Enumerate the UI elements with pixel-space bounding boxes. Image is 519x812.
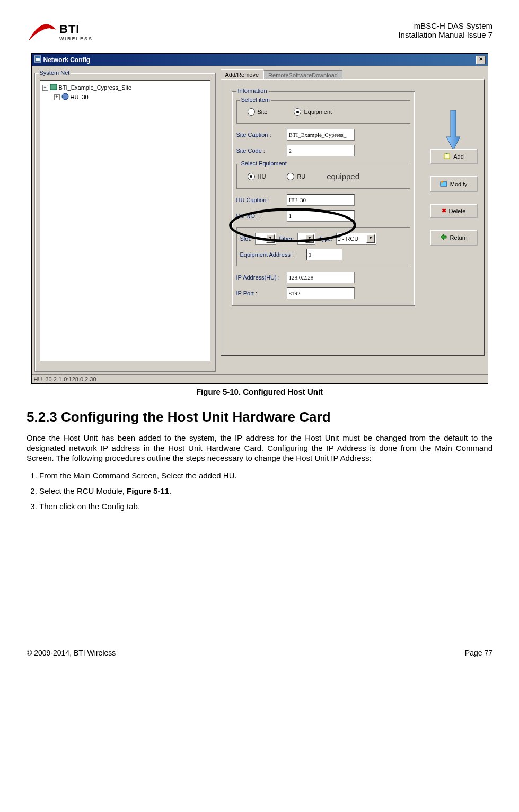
delete-icon: ✖ — [442, 207, 446, 214]
radio-site[interactable]: Site — [248, 108, 268, 116]
logo: BTI WIRELESS — [27, 21, 93, 42]
select-equipment-label: Select Equipment — [240, 160, 288, 167]
logo-swoosh-icon — [27, 21, 58, 42]
select-item-group: Select item Site Equipment — [236, 100, 410, 124]
step-3: Then click on the Config tab. — [39, 502, 492, 511]
modify-label: Modify — [450, 181, 467, 187]
hu-no-label: HU NO. : — [236, 213, 287, 219]
site-code-input[interactable] — [287, 145, 355, 156]
tab-panel: Information Select item Site Equipment — [221, 79, 485, 356]
add-icon — [443, 152, 451, 161]
radio-ru-label: RU — [297, 173, 305, 180]
svg-point-7 — [441, 181, 443, 183]
page-header: BTI WIRELESS mBSC-H DAS System Installat… — [27, 21, 492, 42]
radio-icon — [248, 173, 255, 180]
radio-equipment-label: Equipment — [304, 109, 332, 115]
modify-button[interactable]: Modify — [430, 176, 478, 192]
type-value: 0 - RCU — [338, 235, 359, 242]
collapse-icon[interactable]: − — [42, 85, 48, 91]
screenshot-window: Network Config ✕ System Net − BTI_Exampl… — [31, 53, 488, 384]
close-button[interactable]: ✕ — [476, 56, 486, 64]
slot-fiber-type-group: Slot: ▾ Fiber: ▾ Type: 0 - RCU▾ Equipmen… — [236, 227, 410, 266]
fiber-select[interactable]: ▾ — [297, 233, 315, 245]
chevron-down-icon: ▾ — [305, 234, 314, 243]
radio-hu[interactable]: HU — [248, 173, 266, 180]
hu-caption-label: HU Caption : — [236, 197, 287, 203]
information-group: Information Select item Site Equipment — [232, 91, 415, 306]
system-net-group: System Net − BTI_Example_Cypress_Site + — [35, 73, 215, 371]
svg-rect-3 — [50, 84, 57, 90]
radio-site-label: Site — [258, 109, 268, 115]
site-caption-input[interactable] — [287, 129, 355, 141]
section-paragraph: Once the Host Unit has been added to the… — [27, 433, 492, 463]
type-label: Type: — [319, 235, 333, 242]
logo-text: BTI — [59, 22, 93, 36]
radio-icon — [294, 108, 301, 116]
equip-addr-label: Equipment Address : — [240, 251, 306, 258]
section-heading: 5.2.3 Configuring the Host Unit Hardware… — [27, 409, 492, 425]
site-caption-label: Site Caption : — [236, 132, 287, 138]
titlebar: Network Config ✕ — [32, 54, 488, 66]
step2-pre: Select the RCU Module, — [39, 486, 127, 495]
page-footer: © 2009-2014, BTI Wireless Page 77 — [27, 649, 492, 657]
step2-post: . — [169, 486, 171, 495]
ip-address-input[interactable] — [287, 272, 355, 283]
logo-subtext: WIRELESS — [59, 36, 93, 41]
delete-button[interactable]: ✖ Delete — [430, 204, 478, 218]
tree-root-row[interactable]: − BTI_Example_Cypress_Site — [42, 83, 208, 92]
window-title: Network Config — [43, 56, 91, 64]
radio-equipment[interactable]: Equipment — [294, 108, 332, 116]
ip-port-label: IP Port : — [236, 290, 287, 296]
add-button[interactable]: Add — [430, 149, 478, 164]
doc-title-2: Installation Manual Issue 7 — [398, 30, 492, 39]
return-button[interactable]: Return — [430, 230, 478, 246]
tree-child-label: HU_30 — [71, 94, 89, 100]
expand-icon[interactable]: + — [54, 94, 60, 100]
delete-label: Delete — [449, 208, 466, 214]
step-2: Select the RCU Module, Figure 5-11. — [39, 486, 492, 495]
chevron-down-icon: ▾ — [366, 234, 375, 243]
equip-addr-input[interactable] — [306, 249, 342, 260]
step2-bold: Figure 5-11 — [127, 486, 169, 495]
chevron-down-icon: ▾ — [266, 234, 275, 243]
site-icon — [50, 83, 57, 92]
svg-rect-2 — [36, 58, 40, 61]
site-code-label: Site Code : — [236, 147, 287, 154]
return-label: Return — [450, 234, 467, 241]
doc-title-1: mBSC-H DAS System — [398, 21, 492, 30]
hu-icon — [61, 93, 69, 101]
radio-hu-label: HU — [258, 173, 266, 180]
system-net-label: System Net — [39, 69, 71, 76]
header-right: mBSC-H DAS System Installation Manual Is… — [398, 21, 492, 39]
tree-child-row[interactable]: + HU_30 — [42, 92, 208, 102]
slot-select[interactable]: ▾ — [255, 233, 276, 245]
tab-add-remove[interactable]: Add/Remove — [221, 69, 264, 80]
window-icon — [34, 55, 41, 64]
type-select[interactable]: 0 - RCU▾ — [336, 233, 376, 245]
radio-ru[interactable]: RU — [287, 173, 305, 180]
steps-list: From the Main Command Screen, Select the… — [27, 471, 492, 511]
select-equipment-group: Select Equipment HU RU equipped — [236, 164, 410, 189]
return-icon — [439, 233, 447, 242]
svg-rect-5 — [444, 154, 450, 159]
tree-view[interactable]: − BTI_Example_Cypress_Site + HU_30 — [40, 80, 210, 361]
modify-icon — [440, 180, 447, 188]
radio-icon — [287, 173, 294, 180]
statusbar: HU_30 2-1-0:128.0.2.30 — [32, 374, 488, 383]
ip-address-label: IP Address(HU) : — [236, 274, 287, 281]
step-1: From the Main Command Screen, Select the… — [39, 471, 492, 480]
hu-no-input[interactable] — [287, 210, 355, 222]
information-label: Information — [236, 88, 269, 94]
add-label: Add — [453, 153, 464, 160]
slot-label: Slot: — [240, 235, 252, 242]
tree-root-label: BTI_Example_Cypress_Site — [59, 84, 132, 91]
figure-caption: Figure 5-10. Configured Host Unit — [27, 387, 492, 396]
select-item-label: Select item — [240, 97, 271, 103]
fiber-label: Fiber: — [279, 235, 294, 242]
hu-caption-input[interactable] — [287, 194, 355, 206]
arrow-annotation-icon — [446, 110, 460, 150]
ip-port-input[interactable] — [287, 287, 355, 299]
radio-icon — [248, 108, 255, 116]
equipped-text: equipped — [327, 172, 359, 181]
footer-right: Page 77 — [465, 649, 492, 657]
